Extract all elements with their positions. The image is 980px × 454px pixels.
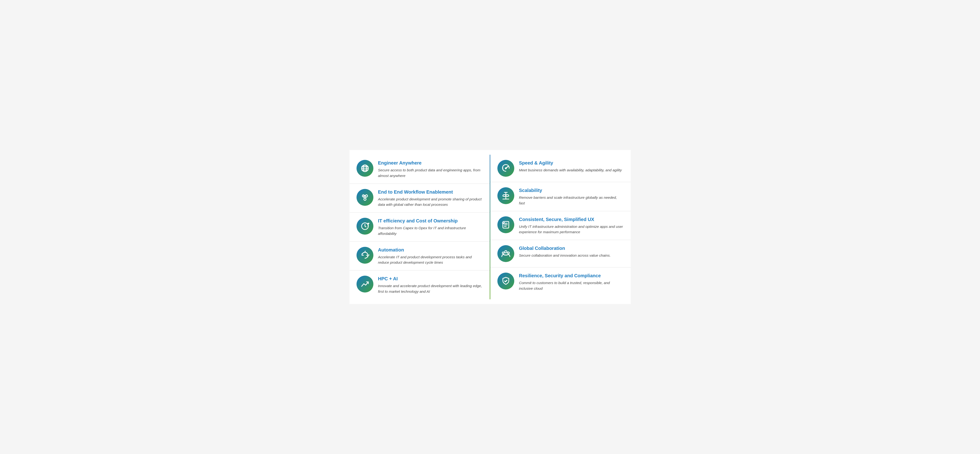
workflow-text: End to End Workflow Enablement Accelerat… <box>378 189 483 207</box>
it-efficiency-text: IT efficiency and Cost of Ownership Tran… <box>378 218 483 236</box>
list-item: Resilience, Security and Compliance Comm… <box>490 268 631 296</box>
it-efficiency-desc: Transition from Capex to Opex for IT and… <box>378 225 483 236</box>
scalability-text: Scalability Remove barriers and scale in… <box>519 187 624 206</box>
main-container: Engineer Anywhere Secure access to both … <box>350 150 631 304</box>
speed-agility-title: Speed & Agility <box>519 160 624 166</box>
svg-point-22 <box>502 252 504 254</box>
svg-line-13 <box>506 166 508 168</box>
automation-desc: Accelerate IT and product development pr… <box>378 254 483 265</box>
workflow-icon <box>361 193 369 202</box>
scale-icon <box>501 191 510 200</box>
hpc-ai-title: HPC + AI <box>378 276 483 282</box>
workflow-desc: Accelerate product development and promo… <box>378 196 483 207</box>
refresh-icon <box>361 251 369 260</box>
left-column: Engineer Anywhere Secure access to both … <box>350 155 490 299</box>
engineer-anywhere-title: Engineer Anywhere <box>378 160 483 166</box>
engineer-anywhere-icon <box>356 160 373 177</box>
automation-title: Automation <box>378 247 483 253</box>
hpc-ai-icon-wrap <box>356 276 373 293</box>
global-collab-icon-wrap <box>497 245 514 262</box>
list-item: Engineer Anywhere Secure access to both … <box>350 155 490 184</box>
list-item: IT efficiency and Cost of Ownership Tran… <box>350 213 490 242</box>
right-column: Speed & Agility Meet business demands wi… <box>490 155 631 299</box>
engineer-anywhere-desc: Secure access to both product data and e… <box>378 167 483 178</box>
speed-agility-icon-wrap <box>497 160 514 177</box>
engineer-anywhere-text: Engineer Anywhere Secure access to both … <box>378 160 483 178</box>
checklist-icon <box>501 220 510 229</box>
shield-icon <box>501 277 510 285</box>
clock-refresh-icon <box>361 222 369 231</box>
it-efficiency-icon-wrap <box>356 218 373 235</box>
automation-icon-wrap <box>356 247 373 264</box>
scalability-icon-wrap <box>497 187 514 204</box>
resilience-security-desc: Commit to customers to build a trusted, … <box>519 280 624 291</box>
speedometer-icon <box>501 164 510 173</box>
scalability-title: Scalability <box>519 187 624 193</box>
resilience-security-title: Resilience, Security and Compliance <box>519 272 624 279</box>
consistent-secure-icon-wrap <box>497 216 514 233</box>
list-item: End to End Workflow Enablement Accelerat… <box>350 184 490 213</box>
hpc-ai-text: HPC + AI Innovate and accelerate product… <box>378 276 483 294</box>
workflow-title: End to End Workflow Enablement <box>378 189 483 195</box>
svg-point-21 <box>505 251 507 253</box>
global-collab-text: Global Collaboration Secure collaboratio… <box>519 245 624 258</box>
speed-agility-desc: Meet business demands with availability,… <box>519 167 624 173</box>
list-item: HPC + AI Innovate and accelerate product… <box>350 271 490 299</box>
speed-agility-text: Speed & Agility Meet business demands wi… <box>519 160 624 173</box>
two-column-grid: Engineer Anywhere Secure access to both … <box>350 155 631 299</box>
consistent-secure-text: Consistent, Secure, Simplified UX Unify … <box>519 216 624 235</box>
hpc-ai-desc: Innovate and accelerate product developm… <box>378 283 483 294</box>
workflow-icon-wrap <box>356 189 373 206</box>
scalability-desc: Remove barriers and scale infrastructure… <box>519 195 624 206</box>
automation-text: Automation Accelerate IT and product dev… <box>378 247 483 265</box>
consistent-secure-title: Consistent, Secure, Simplified UX <box>519 216 624 222</box>
svg-line-9 <box>365 197 366 198</box>
consistent-secure-desc: Unify IT infrastructure administration a… <box>519 224 624 235</box>
list-item: Consistent, Secure, Simplified UX Unify … <box>490 211 631 240</box>
people-icon <box>501 249 510 258</box>
list-item: Automation Accelerate IT and product dev… <box>350 242 490 271</box>
it-efficiency-title: IT efficiency and Cost of Ownership <box>378 218 483 224</box>
list-item: Speed & Agility Meet business demands wi… <box>490 155 631 182</box>
resilience-security-text: Resilience, Security and Compliance Comm… <box>519 272 624 291</box>
global-collab-desc: Secure collaboration and innovation acro… <box>519 253 624 258</box>
list-item: Scalability Remove barriers and scale in… <box>490 182 631 211</box>
list-item: Global Collaboration Secure collaboratio… <box>490 240 631 268</box>
global-collab-title: Global Collaboration <box>519 245 624 251</box>
globe-icon <box>361 164 369 173</box>
svg-point-23 <box>508 252 509 254</box>
resilience-security-icon-wrap <box>497 272 514 290</box>
trend-up-icon <box>361 280 369 288</box>
